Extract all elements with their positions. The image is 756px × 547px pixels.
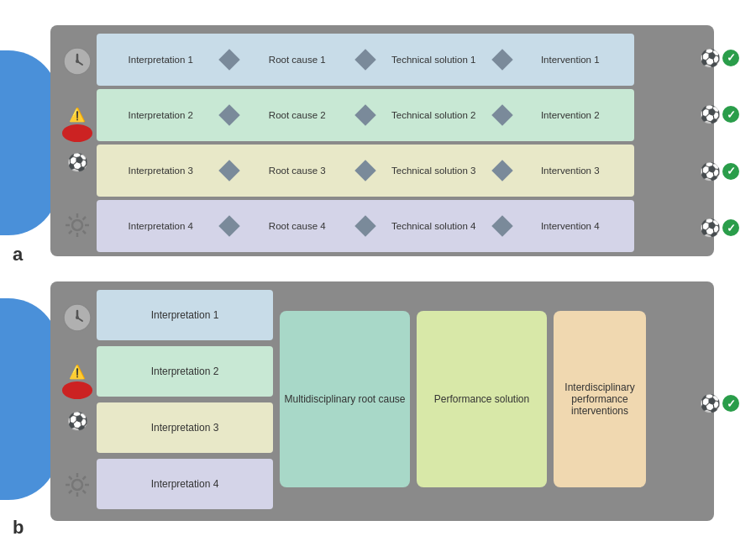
row-a4: Interpretation 4 Root cause 4 Technical … [97, 200, 634, 252]
row-a2: Interpretation 2 Root cause 2 Technical … [97, 89, 634, 141]
label-a: a [13, 244, 23, 266]
svg-line-9 [69, 217, 72, 220]
svg-line-25 [69, 490, 72, 493]
diamond-a4-3 [491, 215, 512, 236]
cell-techsolution-a3: Technical solution 3 [376, 165, 491, 177]
svg-point-16 [76, 316, 79, 319]
diamond-a1-3 [491, 49, 512, 70]
soccer-check-a3: ⚽ ✓ [700, 161, 739, 181]
diamond-a3-3 [491, 160, 512, 181]
soccer-check-b: ⚽ ✓ [700, 393, 739, 413]
svg-line-12 [69, 230, 72, 234]
diamond-a2-2 [354, 104, 375, 125]
rows-container-b: Interpretation 1 Interpretation 2 Interp… [97, 286, 651, 517]
warning-icon-b2: ⚠️ [60, 364, 95, 399]
merged-rootcause-label: Multidisciplinary root cause [284, 393, 405, 405]
check-circle-a4: ✓ [722, 219, 739, 236]
section-a: a ⚠️ ⚽ [0, 17, 756, 269]
cell-intervention-a2: Intervention 2 [513, 109, 628, 122]
soccer-icon-a2: ⚽ [60, 145, 95, 180]
warning-icon-a2: ⚠️ [60, 107, 95, 142]
diamond-a2-3 [491, 104, 512, 125]
diamond-a2-1 [218, 104, 239, 125]
cell-rootcause-a1: Root cause 1 [240, 54, 355, 66]
check-circle-a2: ✓ [722, 106, 739, 123]
cell-intervention-a4: Intervention 4 [513, 220, 628, 233]
section-b: b ⚠️ ⚽ [0, 281, 756, 534]
cell-interpretation-a1: Interpretation 1 [103, 54, 218, 66]
cell-rootcause-a4: Root cause 4 [240, 220, 355, 233]
svg-line-24 [83, 476, 87, 480]
diamond-a1-2 [354, 49, 375, 70]
svg-line-10 [83, 230, 87, 234]
diamond-a3-1 [218, 160, 239, 181]
soccer-check-a4: ⚽ ✓ [700, 218, 739, 238]
red-circle-a2 [62, 124, 92, 142]
soccer-ball-a3: ⚽ [700, 161, 721, 181]
soccer-ball-b: ⚽ [700, 393, 721, 413]
row-b2: Interpretation 2 [97, 346, 273, 397]
svg-line-23 [83, 490, 87, 493]
right-icons-b: ⚽ ✓ [688, 336, 751, 471]
row-a3: Interpretation 3 Root cause 3 Technical … [97, 145, 634, 197]
cell-intervention-a1: Intervention 1 [513, 54, 628, 66]
cell-intervention-a3: Intervention 3 [513, 165, 628, 177]
soccer-ball-a2: ⚽ [700, 104, 721, 124]
svg-point-17 [72, 480, 82, 490]
diamond-a4-1 [218, 215, 239, 236]
red-circle-b2 [62, 381, 92, 399]
merged-solution: Performance solution [417, 311, 547, 487]
merged-intervention-label: Interdisciplinary performance interventi… [554, 381, 646, 417]
cell-interpretation-a2: Interpretation 2 [103, 109, 218, 122]
label-b: b [13, 517, 24, 539]
rows-b-wrapper: Interpretation 1 Interpretation 2 Interp… [97, 286, 651, 517]
row-b1: Interpretation 1 [97, 290, 273, 340]
soccer-ball-a1: ⚽ [700, 48, 721, 68]
soccer-check-a1: ⚽ ✓ [700, 48, 739, 68]
cell-techsolution-a2: Technical solution 2 [376, 109, 491, 122]
right-icons-a: ⚽ ✓ ⚽ ✓ ⚽ ✓ ⚽ ✓ [688, 29, 751, 256]
cell-rootcause-a3: Root cause 3 [240, 165, 355, 177]
interp-b4-label: Interpretation 4 [151, 478, 219, 490]
soccer-check-a2: ⚽ ✓ [700, 104, 739, 124]
diamond-a3-2 [354, 160, 375, 181]
rows-container-a: Interpretation 1 Root cause 1 Technical … [97, 34, 634, 256]
clock-icon-b1 [60, 300, 95, 335]
clock-icon-a1 [60, 44, 95, 79]
svg-line-11 [83, 217, 87, 220]
svg-point-3 [76, 60, 79, 63]
check-circle-b: ✓ [722, 395, 739, 412]
merged-intervention: Interdisciplinary performance interventi… [554, 311, 646, 487]
cell-interpretation-a4: Interpretation 4 [103, 220, 218, 233]
left-icons-a: ⚠️ ⚽ [57, 29, 97, 256]
cell-techsolution-a4: Technical solution 4 [376, 220, 491, 233]
interp-b2-label: Interpretation 2 [151, 366, 219, 377]
svg-point-4 [72, 220, 82, 230]
merged-rootcause: Multidisciplinary root cause [280, 311, 410, 487]
left-icons-b: ⚠️ ⚽ [57, 286, 97, 517]
row-b4: Interpretation 4 [97, 459, 273, 509]
cell-techsolution-a1: Technical solution 1 [376, 54, 491, 66]
gear-icon-b4 [60, 467, 95, 502]
svg-line-22 [69, 476, 72, 480]
merged-solution-label: Performance solution [434, 393, 529, 405]
diamond-a4-2 [354, 215, 375, 236]
interp-b1-label: Interpretation 1 [151, 309, 219, 321]
interp-b3-label: Interpretation 3 [151, 422, 219, 434]
cell-interpretation-a3: Interpretation 3 [103, 165, 218, 177]
main-container: a ⚠️ ⚽ [0, 0, 756, 547]
row-a1: Interpretation 1 Root cause 1 Technical … [97, 34, 634, 86]
soccer-icon-b: ⚽ [60, 403, 95, 439]
soccer-ball-a4: ⚽ [700, 218, 721, 238]
cell-rootcause-a2: Root cause 2 [240, 109, 355, 122]
check-circle-a3: ✓ [722, 163, 739, 180]
check-circle-a1: ✓ [722, 50, 739, 66]
diamond-a1-1 [218, 49, 239, 70]
gear-icon-a4 [60, 208, 95, 243]
row-b3: Interpretation 3 [97, 402, 273, 453]
